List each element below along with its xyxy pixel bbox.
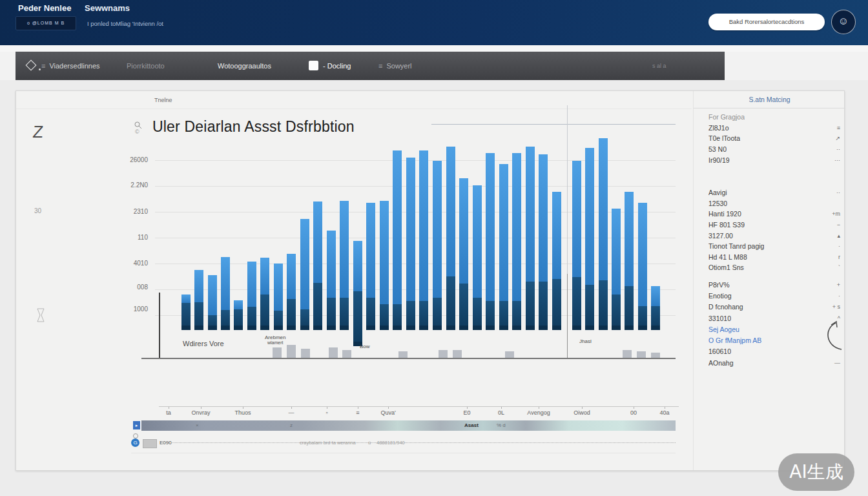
toolbar-item-workgraphs[interactable]: Wotooggraaultos	[218, 52, 271, 80]
sidebar-item[interactable]: D fcnohang+ s	[708, 302, 840, 313]
app-brand[interactable]: Peder Nenlee	[18, 3, 71, 13]
stacked-bar[interactable]	[393, 150, 402, 330]
dot-icon: ·	[838, 293, 840, 299]
undo-arrow-icon[interactable]	[818, 318, 848, 355]
checkbox-icon[interactable]	[309, 61, 318, 70]
diamond-icon[interactable]	[26, 60, 37, 71]
bar-segment-light	[651, 286, 660, 306]
footer-ruler	[171, 442, 676, 443]
stacked-bar[interactable]	[234, 300, 243, 330]
stacked-bar[interactable]	[300, 219, 309, 330]
sidebar-item[interactable]: 53 N0··	[708, 144, 840, 155]
stacked-bar[interactable]	[353, 241, 362, 346]
sidebar-item-label: AOnahg	[708, 359, 734, 367]
stacked-bar[interactable]	[260, 258, 269, 330]
app-section[interactable]: Sewwnams	[85, 3, 130, 13]
sidebar-item[interactable]: Otiom1 Sns`	[708, 262, 840, 273]
bar-segment-light	[512, 153, 521, 301]
stacked-bar[interactable]	[181, 294, 191, 330]
stacked-bar[interactable]	[638, 203, 647, 330]
sidebar-item[interactable]: Enotiog·	[708, 290, 840, 301]
bar-segment-light	[247, 262, 256, 307]
sidebar-item[interactable]: Tionot Tanrd pagig·	[708, 241, 840, 252]
sidebar-item[interactable]: 3127.00▴	[708, 230, 840, 241]
y-axis-label: 2.2N0	[110, 181, 148, 189]
stacked-bar[interactable]	[526, 147, 535, 330]
toolbar-right-hint: s al a	[652, 52, 666, 80]
stacked-bar[interactable]	[313, 202, 322, 330]
stacked-bar[interactable]	[625, 192, 634, 330]
sidebar-item[interactable]: For Gragjoa	[708, 112, 840, 123]
stacked-bar[interactable]	[473, 185, 482, 330]
stacked-bar[interactable]	[651, 286, 660, 330]
stacked-bar[interactable]	[599, 138, 608, 330]
stacked-bar[interactable]	[247, 262, 256, 330]
range-scrollbar[interactable]: ×zAsast% d	[141, 420, 676, 431]
vertical-guide-dark	[567, 274, 568, 358]
sidebar-item[interactable]: T0e lToota↗	[708, 133, 840, 144]
dash-icon: —	[834, 360, 840, 366]
mini-bar	[342, 350, 351, 358]
stacked-bar[interactable]	[585, 148, 594, 330]
globe-icon[interactable]: G	[131, 439, 140, 447]
stacked-bar[interactable]	[446, 147, 455, 330]
stacked-bar[interactable]	[208, 275, 217, 330]
toolbar-item-portfolio[interactable]: Piorrkittooto	[127, 52, 165, 80]
stacked-bar[interactable]	[572, 161, 581, 330]
toolbar-item-docking[interactable]: - Docling	[323, 52, 351, 80]
bar-segment-dark	[313, 283, 322, 330]
search-input[interactable]: Bakd Rorersalortecacdtions	[708, 14, 825, 30]
stacked-bar[interactable]	[512, 153, 521, 330]
stacked-bar[interactable]	[221, 257, 230, 330]
sidebar-item[interactable]: P8rV%+	[708, 279, 840, 290]
sidebar-item-label: For Gragjoa	[708, 113, 745, 121]
sidebar-item-label: O Gr fManjpm AB	[708, 336, 761, 344]
sidebar-item-label: 160610	[708, 347, 731, 355]
stacked-bar[interactable]	[433, 161, 442, 330]
stacked-bar[interactable]	[552, 192, 561, 330]
dots-icon: ··	[836, 189, 840, 196]
workspace-badge[interactable]: o @LOMB M B	[16, 16, 76, 30]
avatar[interactable]: ☺	[831, 10, 856, 34]
mini-bar	[301, 349, 310, 358]
sidebar-item[interactable]: Ir90/19···	[708, 154, 840, 165]
bar-segment-dark	[552, 279, 561, 330]
footer-tag: E090	[160, 440, 172, 446]
sidebar-item[interactable]: Hanti 1920+m	[708, 209, 840, 220]
toolbar-item-viewer[interactable]: ≡Sowyerl	[378, 52, 412, 80]
mini-bar	[273, 347, 282, 358]
x-axis-label: Onvray	[183, 409, 219, 416]
sidebar-item-label: Zl8J1o	[708, 124, 729, 132]
sidebar-item-label: P8rV%	[708, 281, 730, 289]
footer-divider	[131, 453, 676, 453]
stacked-bar[interactable]	[459, 178, 468, 330]
stacked-bar[interactable]	[340, 201, 349, 330]
stacked-bar[interactable]	[380, 201, 389, 330]
sidebar-item-label: 3127.00	[708, 232, 733, 240]
bar-segment-dark	[473, 298, 482, 330]
mini-bar	[637, 351, 646, 358]
sidebar-item[interactable]: HF 801 S39−	[708, 220, 840, 231]
diamond-dot-icon	[39, 68, 41, 70]
stacked-bar[interactable]	[366, 203, 375, 330]
toolbar-item-views[interactable]: ≡Viadersedlinnes	[41, 52, 100, 80]
sidebar-item[interactable]: 12530	[708, 198, 840, 209]
stacked-bar[interactable]	[274, 264, 283, 330]
sidebar-item[interactable]: Zl8J1o≡	[708, 123, 840, 134]
plusm-icon: +m	[832, 211, 840, 217]
sidebar-item[interactable]: AOnahg—	[708, 357, 840, 368]
scrollbar-handle-icon[interactable]: ▸	[133, 421, 140, 429]
bar-segment-dark	[612, 294, 621, 330]
sidebar-header[interactable]: S.atn Matcing	[694, 96, 845, 103]
stacked-bar[interactable]	[499, 164, 508, 330]
stacked-bar[interactable]	[486, 153, 495, 330]
stacked-bar[interactable]	[612, 209, 621, 330]
sidebar-item[interactable]: Aavigi··	[708, 187, 840, 198]
stacked-bar[interactable]	[287, 254, 296, 330]
sidebar-item[interactable]: Hd 41 L M88r	[708, 252, 840, 263]
stacked-bar[interactable]	[406, 158, 415, 330]
stacked-bar[interactable]	[194, 270, 203, 330]
stacked-bar[interactable]	[539, 154, 548, 330]
stacked-bar[interactable]	[419, 150, 428, 330]
stacked-bar[interactable]	[327, 231, 336, 330]
